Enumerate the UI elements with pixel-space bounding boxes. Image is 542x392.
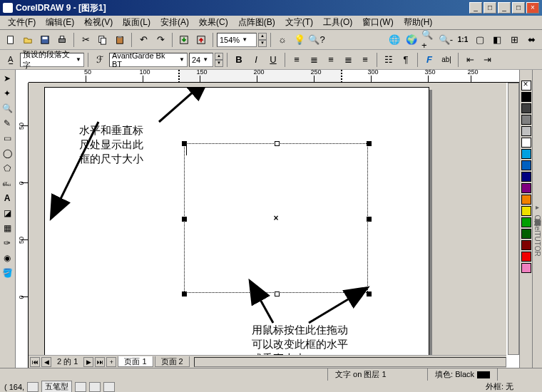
color-swatch[interactable] bbox=[521, 172, 531, 182]
color-swatch[interactable] bbox=[521, 195, 531, 205]
pick-tool-icon[interactable]: ➤ bbox=[0, 71, 14, 86]
redo-icon[interactable]: ↷ bbox=[153, 32, 168, 48]
zoom-all-icon[interactable]: ⊞ bbox=[506, 32, 522, 48]
edit-text-icon[interactable]: ab| bbox=[439, 52, 454, 68]
internet-icon[interactable]: 🌐 bbox=[387, 32, 402, 48]
color-swatch[interactable] bbox=[521, 240, 531, 250]
page-prev-button[interactable]: ◀ bbox=[41, 357, 51, 367]
ruler-vertical[interactable]: 500500 bbox=[16, 83, 29, 368]
one-to-one-icon[interactable]: 1:1 bbox=[455, 32, 471, 48]
menu-t[interactable]: 文字(T) bbox=[280, 16, 318, 29]
zoom-sel-icon[interactable]: ◧ bbox=[489, 32, 505, 48]
zoom-in-icon[interactable]: 🔍+ bbox=[421, 32, 436, 48]
import-icon[interactable] bbox=[176, 32, 192, 48]
menu-e[interactable]: 编辑(E) bbox=[41, 16, 79, 29]
indent-dec-icon[interactable]: ⇤ bbox=[462, 52, 478, 68]
maximize-button[interactable]: □ bbox=[484, 2, 496, 14]
text-frame-selection[interactable]: × bbox=[184, 143, 368, 293]
menu-f[interactable]: 文件(F) bbox=[3, 16, 41, 29]
dropcap-icon[interactable]: ¶ bbox=[398, 52, 414, 68]
align-right-icon[interactable]: ≡ bbox=[323, 52, 339, 68]
menu-c[interactable]: 效果(C) bbox=[194, 16, 233, 29]
bullet-list-icon[interactable]: ☷ bbox=[381, 52, 397, 68]
copy-icon[interactable] bbox=[95, 32, 111, 48]
paste-icon[interactable] bbox=[112, 32, 128, 48]
color-swatch[interactable] bbox=[521, 149, 531, 159]
menu-w[interactable]: 窗口(W) bbox=[357, 16, 398, 29]
resize-handle-s[interactable] bbox=[275, 292, 280, 296]
resize-handle-n[interactable] bbox=[275, 141, 280, 146]
close-button[interactable]: × bbox=[526, 2, 539, 14]
world-icon[interactable]: 🌍 bbox=[404, 32, 419, 48]
italic-button[interactable]: I bbox=[248, 52, 264, 68]
rect-tool-icon[interactable]: ▭ bbox=[0, 131, 14, 145]
scrollbar-horizontal[interactable] bbox=[194, 357, 506, 367]
color-swatch[interactable] bbox=[521, 160, 531, 170]
resize-handle-nw[interactable] bbox=[182, 141, 187, 146]
open-icon[interactable] bbox=[20, 32, 36, 48]
align-justify-icon[interactable]: ≣ bbox=[340, 52, 356, 68]
align-center-icon[interactable]: ≣ bbox=[306, 52, 322, 68]
outline-tool-icon[interactable]: ◉ bbox=[0, 251, 14, 265]
zoom-page-icon[interactable]: ▢ bbox=[472, 32, 488, 48]
interactive-fill-icon[interactable]: ◪ bbox=[0, 206, 14, 220]
zoom-tool-icon[interactable]: 🔍 bbox=[0, 101, 14, 115]
menu-o[interactable]: 工具(O) bbox=[318, 16, 357, 29]
color-swatch[interactable] bbox=[521, 81, 531, 91]
menu-v[interactable]: 检视(V) bbox=[79, 16, 118, 29]
menu-h[interactable]: 帮助(H) bbox=[399, 16, 438, 29]
ime-label[interactable]: 五笔型 bbox=[41, 381, 72, 392]
print-icon[interactable] bbox=[54, 32, 70, 48]
font-picker-icon[interactable]: ℱ bbox=[92, 52, 108, 68]
color-swatch[interactable] bbox=[521, 115, 531, 125]
tab-page-2[interactable]: 页面 2 bbox=[155, 356, 190, 367]
docker-tabs[interactable]: ▸ 脚本和预设 CorelTUTOR bbox=[532, 70, 542, 368]
minimize-button[interactable]: _ bbox=[469, 2, 482, 14]
zoom-help-icon[interactable]: 🔍? bbox=[309, 32, 324, 48]
format-text-icon[interactable]: F bbox=[421, 52, 437, 68]
interactive-trans-icon[interactable]: ▦ bbox=[0, 221, 14, 235]
new-icon[interactable] bbox=[3, 32, 19, 48]
font-size-combo[interactable]: 24▼ bbox=[189, 53, 213, 67]
spiral-tool-icon[interactable]: ௷ bbox=[0, 176, 14, 190]
shape-tool-icon[interactable]: ✦ bbox=[0, 86, 14, 100]
color-swatch[interactable] bbox=[521, 183, 531, 193]
ime-icon[interactable] bbox=[27, 382, 39, 392]
color-swatch[interactable] bbox=[521, 252, 531, 262]
fill-tool-icon[interactable]: 🪣 bbox=[0, 266, 14, 280]
export-icon[interactable] bbox=[193, 32, 209, 48]
cut-icon[interactable]: ✂ bbox=[78, 32, 93, 48]
resize-handle-sw[interactable] bbox=[182, 292, 187, 296]
ime-opt1-icon[interactable] bbox=[75, 382, 86, 392]
tab-page-1[interactable]: 页面 1 bbox=[118, 356, 153, 367]
page-first-button[interactable]: ⏮ bbox=[30, 357, 40, 367]
resize-handle-e[interactable] bbox=[367, 217, 372, 222]
color-swatch[interactable] bbox=[521, 229, 531, 239]
ime-opt3-icon[interactable] bbox=[103, 382, 115, 392]
text-tool-a-icon[interactable]: A̲ bbox=[3, 52, 19, 68]
ellipse-tool-icon[interactable]: ◯ bbox=[0, 146, 14, 160]
doc-minimize-button[interactable]: _ bbox=[498, 2, 511, 14]
zoom-out-icon[interactable]: 🔍- bbox=[438, 32, 454, 48]
font-name-combo[interactable]: AvantGarde Bk BT▼ bbox=[109, 53, 188, 67]
resize-handle-w[interactable] bbox=[182, 217, 187, 222]
save-icon[interactable] bbox=[37, 32, 53, 48]
menu-a[interactable]: 安排(A) bbox=[155, 16, 194, 29]
bold-button[interactable]: B bbox=[231, 52, 247, 68]
canvas[interactable]: 水平和垂直标尺处显示出此框的尺寸大小 用鼠标按住此住拖动可以改变此框的水平或垂直… bbox=[29, 83, 506, 355]
ruler-horizontal[interactable]: 50100150200250300350250 bbox=[29, 70, 519, 83]
para-preset-combo[interactable]: 预设的段落文字▼ bbox=[20, 53, 84, 67]
menu-b[interactable]: 点阵图(B) bbox=[233, 16, 280, 29]
doc-maximize-button[interactable]: □ bbox=[512, 2, 525, 14]
undo-icon[interactable]: ↶ bbox=[136, 32, 151, 48]
indent-inc-icon[interactable]: ⇥ bbox=[479, 52, 495, 68]
resize-handle-ne[interactable] bbox=[367, 141, 372, 146]
color-swatch[interactable] bbox=[521, 103, 531, 113]
color-swatch[interactable] bbox=[521, 217, 531, 227]
page-add-button[interactable]: + bbox=[106, 357, 116, 367]
color-swatch[interactable] bbox=[521, 206, 531, 216]
zoom-fire-icon[interactable]: ☼ bbox=[275, 32, 290, 48]
color-swatch[interactable] bbox=[521, 138, 531, 148]
color-swatch[interactable] bbox=[521, 92, 531, 102]
menu-l[interactable]: 版面(L) bbox=[118, 16, 155, 29]
